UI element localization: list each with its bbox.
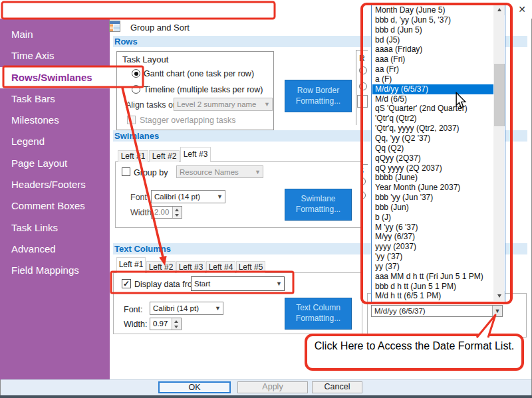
date-format-option[interactable]: bbb 'yy (Jun '37) (372, 193, 494, 203)
ok-button[interactable]: OK (158, 381, 231, 393)
date-format-option[interactable]: aaaa (Friday) (372, 45, 494, 54)
swimlane-tab-left-3[interactable]: Left #3 (180, 147, 211, 162)
sidebar-item-page-layout[interactable]: Page Layout (0, 153, 110, 174)
date-format-option[interactable]: aaa MM d h tt (Fri Jun 5 1 PM) (372, 272, 494, 282)
date-format-option[interactable]: qQ yyyy (2Q 2037) (372, 163, 494, 173)
display-data-checkbox[interactable]: ✓ (122, 279, 131, 288)
text-column-tab-left-2[interactable]: Left #2 (146, 261, 176, 273)
date-format-option[interactable]: 'yy ('37) (372, 252, 494, 262)
date-format-option[interactable]: yy (37) (372, 262, 494, 272)
spin-down-icon[interactable] (173, 213, 182, 219)
date-format-option[interactable]: M/d/yy (6/5/37) (372, 84, 494, 94)
spin-down-icon[interactable] (172, 324, 181, 330)
swimlane-font-dropdown[interactable]: Calibri (14 pt)▼ (151, 190, 225, 203)
scrollbar-up-button[interactable] (494, 5, 505, 15)
task-layout-title: Task Layout (122, 54, 168, 64)
text-column-tab-left-5[interactable]: Left #5 (236, 261, 265, 273)
cancel-button[interactable]: Cancel (312, 381, 362, 393)
page-title: Group and Sort (130, 23, 190, 33)
text-column-tab-left-4[interactable]: Left #4 (206, 261, 235, 273)
date-format-option[interactable]: qQyy (2Q37) (372, 153, 494, 163)
date-format-option[interactable]: bd (J5) (372, 35, 494, 45)
stagger-checkbox-label: Stagger overlapping tasks (140, 116, 236, 125)
stagger-checkbox (127, 116, 136, 124)
scrollbar-down-button[interactable] (494, 291, 505, 301)
date-format-option[interactable]: bbb d, 'yy (Jun 5, '37) (372, 15, 494, 25)
apply-button[interactable]: Apply (237, 381, 308, 393)
swimlane-formatting-button[interactable]: Swimlane Formatting... (285, 189, 352, 221)
sidebar-item-headers-footers[interactable]: Headers/Footers (0, 174, 110, 195)
sidebar-item-legend[interactable]: Legend (0, 131, 110, 152)
chevron-down-icon: ▼ (213, 305, 223, 312)
text-column-tab-left-1[interactable]: Left #1 (116, 257, 146, 273)
swimlane-width-stepper[interactable]: 2.00 (151, 206, 182, 219)
date-format-option[interactable]: bbb (Jun) (372, 203, 494, 213)
sidebar-item-task-links[interactable]: Task Links (0, 217, 110, 239)
hidden-field-fragment (357, 95, 368, 108)
date-format-option[interactable]: M/yy (6/37) (372, 232, 494, 242)
hidden-radio-fragment (359, 66, 367, 74)
window-bottom-edge (0, 395, 532, 398)
date-format-option[interactable]: b (J) (372, 213, 494, 223)
sidebar-item-task-bars[interactable]: Task Bars (0, 88, 110, 110)
hidden-rows-label-fragment: R (359, 54, 365, 63)
swimlane-tab-left-2[interactable]: Left #2 (149, 150, 180, 162)
text-font-label: Font: (124, 305, 143, 314)
date-format-option[interactable]: 'Qtr'q, yyyy (Qtr2, 2037) (372, 124, 494, 134)
hidden-radio-fragment (359, 82, 367, 90)
text-column-formatting-button[interactable]: Text Column Formatting... (285, 298, 352, 330)
sidebar-item-milestones[interactable]: Milestones (0, 110, 110, 131)
chevron-down-icon: ▼ (274, 280, 284, 287)
text-column-tabs: Left #1Left #2Left #3Left #4Left #5 (116, 257, 265, 273)
text-width-stepper[interactable]: 0.97 (150, 318, 182, 330)
group-by-label[interactable]: Group by (134, 168, 168, 177)
display-data-dropdown[interactable]: Start▼ (191, 276, 285, 291)
sidebar-item-comment-boxes[interactable]: Comment Boxes (0, 195, 110, 217)
sidebar-item-main[interactable]: Main (0, 24, 110, 45)
gantt-chart-radio[interactable] (132, 69, 140, 78)
date-format-option[interactable]: M 'yy (6 '37) (372, 223, 494, 233)
close-icon[interactable]: ✕ (515, 3, 529, 16)
swimlane-width-label: Width (130, 208, 152, 217)
date-format-option[interactable]: Year Month (June 2037) (372, 183, 494, 193)
gantt-chart-radio-label[interactable]: Gantt chart (one task per row) (144, 69, 254, 78)
date-format-option[interactable]: Qq (Q2) (372, 144, 494, 153)
text-font-dropdown[interactable]: Calibri (14 pt)▼ (150, 302, 223, 315)
callout-note: Click Here to Access the Date Format Lis… (305, 334, 524, 371)
date-format-option[interactable]: bbbb (June) (372, 173, 494, 183)
date-format-option[interactable]: aa (Fr) (372, 64, 494, 74)
sidebar-item-field-mappings[interactable]: Field Mappings (0, 260, 110, 281)
sidebar-item-rows-swimlanes[interactable]: Rows/Swimlanes (0, 67, 110, 88)
scrollbar-thumb[interactable] (494, 64, 505, 126)
row-border-formatting-button[interactable]: Row Border Formatting... (285, 80, 352, 112)
date-format-option[interactable]: bbb d (Jun 5) (372, 25, 494, 35)
date-format-listbox: Month Day (June 5)bbb d, 'yy (Jun 5, '37… (371, 4, 505, 302)
align-tasks-label: Align tasks on (126, 100, 178, 110)
spin-up-icon[interactable] (172, 318, 181, 324)
group-by-checkbox[interactable] (122, 167, 130, 176)
display-data-label[interactable]: Display data from (134, 280, 199, 289)
date-format-option[interactable]: aaa (Fri) (372, 54, 494, 64)
date-format-option[interactable]: bbb d h tt (Jun 5 1 PM) (372, 282, 494, 292)
sidebar-item-time-axis[interactable]: Time Axis (0, 45, 110, 66)
date-format-combobox[interactable]: M/d/yy (6/5/37)▼ (371, 305, 503, 317)
spin-up-icon[interactable] (173, 207, 182, 213)
group-by-dropdown: Resource Names▼ (176, 165, 263, 178)
date-format-option[interactable]: M/d (6/5) (372, 94, 494, 104)
swimlane-tab-left-1[interactable]: Left #1 (118, 150, 148, 162)
timeline-radio-label[interactable]: Timeline (multiple tasks per row) (144, 85, 263, 94)
text-column-tab-left-3[interactable]: Left #3 (176, 261, 205, 273)
date-format-option[interactable]: qS 'Quarter' (2nd Quarter) (372, 104, 494, 114)
date-format-option[interactable]: Month Day (June 5) (372, 5, 494, 15)
scrollbar-track[interactable] (493, 5, 504, 301)
timeline-radio[interactable] (132, 85, 140, 94)
date-format-option[interactable]: Qq, 'yy (Q2 '37) (372, 134, 494, 144)
date-format-option[interactable]: 'Qtr'q (Qtr2) (372, 114, 494, 124)
sidebar-item-advanced[interactable]: Advanced (0, 239, 110, 260)
date-format-option[interactable]: M/d h tt (6/5 1 PM) (372, 291, 494, 301)
date-format-option[interactable]: yyyy (2037) (372, 242, 494, 252)
chevron-down-icon: ▼ (253, 169, 263, 175)
date-format-option[interactable]: a (F) (372, 74, 494, 84)
chevron-down-icon[interactable]: ▼ (492, 306, 502, 316)
sidebar-nav: MainTime AxisRows/SwimlanesTask BarsMile… (0, 19, 110, 380)
